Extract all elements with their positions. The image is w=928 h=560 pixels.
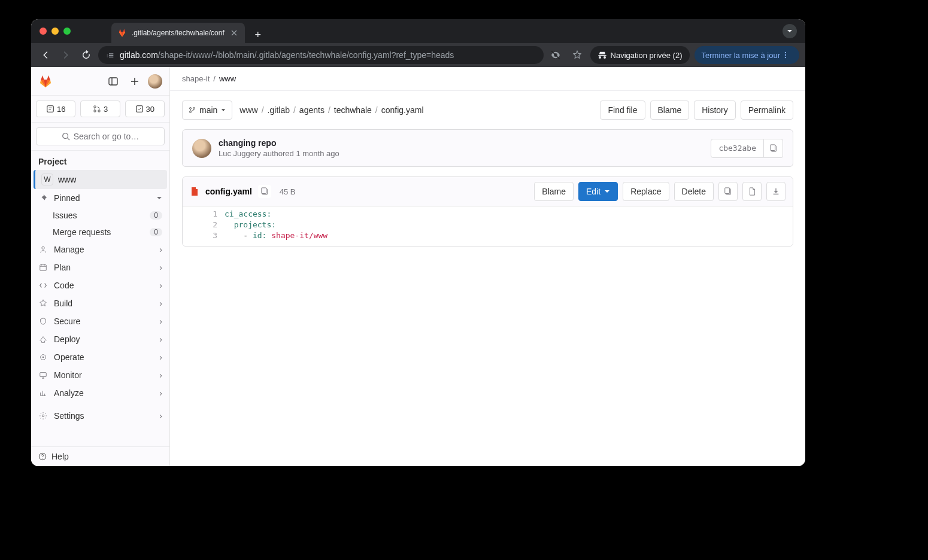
issues-icon — [46, 105, 54, 113]
chevron-down-icon — [604, 188, 610, 194]
history-button[interactable]: History — [694, 101, 736, 120]
find-file-button[interactable]: Find file — [600, 101, 645, 120]
sidebar-pinned-mr[interactable]: Merge requests 0 — [31, 224, 169, 241]
chevron-right-icon: › — [159, 299, 162, 308]
browser-tab[interactable]: .gitlab/agents/techwhale/conf — [111, 23, 245, 43]
svg-point-19 — [190, 111, 192, 113]
sidebar-item-monitor[interactable]: Monitor› — [31, 366, 169, 384]
svg-point-16 — [42, 415, 44, 417]
file-name: config.yaml — [205, 187, 252, 196]
user-avatar[interactable] — [148, 74, 162, 89]
sidebar-item-secure[interactable]: Secure› — [31, 312, 169, 330]
commit-title[interactable]: changing repo — [219, 138, 703, 148]
sidebar-pinned[interactable]: Pinned — [31, 189, 169, 207]
sidebar-item-deploy[interactable]: Deploy› — [31, 330, 169, 348]
file-type-icon — [190, 187, 199, 196]
replace-button[interactable]: Replace — [623, 182, 669, 201]
merge-request-icon — [93, 105, 101, 113]
reload-button[interactable] — [78, 47, 95, 63]
search-icon — [62, 132, 70, 141]
file-path-breadcrumb: www/ .gitlab/ agents/ techwhale/ config.… — [239, 105, 593, 115]
titlebar: .gitlab/agents/techwhale/conf + — [31, 19, 805, 43]
forward-button[interactable] — [57, 47, 74, 63]
breadcrumb-project[interactable]: www — [219, 74, 236, 83]
code-lines[interactable]: ci_access: projects: - id: shape-it/www — [225, 206, 327, 246]
sidebar-item-analyze[interactable]: Analyze› — [31, 384, 169, 402]
eye-off-icon[interactable] — [547, 47, 564, 63]
delete-button[interactable]: Delete — [674, 182, 714, 201]
edit-button[interactable]: Edit — [578, 182, 618, 201]
site-settings-icon[interactable] — [105, 50, 115, 60]
shield-icon — [38, 317, 48, 325]
todos-counter[interactable]: 30 — [125, 101, 165, 117]
download-icon — [772, 187, 780, 196]
back-button[interactable] — [37, 47, 54, 63]
chevron-right-icon: › — [159, 281, 162, 290]
issues-counter[interactable]: 16 — [36, 101, 75, 117]
svg-point-0 — [785, 54, 786, 56]
minimize-window-button[interactable] — [51, 28, 59, 35]
path-seg[interactable]: www — [239, 105, 257, 115]
create-new-button[interactable] — [126, 73, 143, 90]
chevron-right-icon: › — [159, 316, 162, 326]
sidebar-item-code[interactable]: Code› — [31, 276, 169, 294]
pin-icon — [38, 194, 48, 202]
branch-selector[interactable]: main — [182, 101, 232, 120]
last-commit-box: changing repo Luc Juggery authored 1 mon… — [182, 129, 793, 167]
raw-button[interactable] — [742, 182, 762, 201]
plan-icon — [38, 263, 48, 272]
sidebar-item-build[interactable]: Build› — [31, 294, 169, 312]
update-button[interactable]: Terminer la mise à jour — [695, 46, 800, 64]
path-seg-current: config.yaml — [381, 105, 424, 115]
bookmark-star-icon[interactable] — [569, 47, 586, 63]
blame-button[interactable]: Blame — [650, 101, 690, 120]
svg-rect-24 — [262, 188, 266, 194]
chevron-right-icon: › — [159, 370, 162, 380]
search-input[interactable]: Search or go to… — [36, 127, 165, 145]
svg-point-1 — [785, 52, 786, 53]
tabs-dropdown-button[interactable] — [783, 24, 797, 38]
download-button[interactable] — [766, 182, 786, 201]
close-tab-button[interactable] — [229, 28, 239, 38]
sidebar: 16 3 30 Search or go to… Project — [31, 67, 170, 466]
file-icon — [748, 187, 756, 196]
incognito-badge[interactable]: Navigation privée (2) — [590, 46, 690, 64]
file-blame-button[interactable]: Blame — [534, 182, 574, 201]
incognito-label: Navigation privée (2) — [611, 51, 683, 60]
sidebar-header — [31, 67, 169, 96]
sidebar-toggle-button[interactable] — [105, 73, 122, 90]
maximize-window-button[interactable] — [63, 28, 71, 35]
gitlab-logo-icon[interactable] — [38, 74, 53, 89]
sidebar-counters: 16 3 30 — [31, 96, 169, 123]
sidebar-project-item[interactable]: W www — [34, 170, 167, 189]
monitor-icon — [38, 371, 48, 379]
close-window-button[interactable] — [40, 28, 47, 35]
copy-contents-button[interactable] — [718, 182, 738, 201]
clipboard-icon — [260, 187, 269, 196]
sidebar-help[interactable]: Help — [31, 446, 169, 466]
copy-sha-button[interactable] — [764, 139, 783, 158]
path-seg[interactable]: techwhale — [334, 105, 372, 115]
svg-rect-22 — [770, 144, 775, 150]
build-icon — [38, 299, 48, 308]
chevron-down-icon — [156, 195, 162, 201]
file-header: config.yaml 45 B Blame Edit Replace — [183, 177, 793, 206]
sidebar-item-operate[interactable]: Operate› — [31, 348, 169, 366]
permalink-button[interactable]: Permalink — [741, 101, 793, 120]
path-seg[interactable]: agents — [299, 105, 325, 115]
sidebar-item-manage[interactable]: Manage› — [31, 241, 169, 258]
sidebar-item-plan[interactable]: Plan› — [31, 258, 169, 276]
address-bar[interactable]: gitlab.com/shape-it/www/-/blob/main/.git… — [98, 46, 544, 64]
manage-icon — [38, 245, 48, 254]
commit-author-avatar[interactable] — [192, 139, 211, 158]
sidebar-section-project: Project — [31, 151, 169, 170]
new-tab-button[interactable]: + — [250, 26, 266, 43]
mr-counter[interactable]: 3 — [80, 101, 120, 117]
svg-point-10 — [62, 133, 68, 139]
tab-title: .gitlab/agents/techwhale/conf — [132, 29, 225, 37]
breadcrumb-group[interactable]: shape-it — [182, 74, 210, 83]
path-seg[interactable]: .gitlab — [268, 105, 290, 115]
copy-file-path-button[interactable] — [258, 185, 271, 198]
sidebar-pinned-issues[interactable]: Issues 0 — [31, 207, 169, 224]
sidebar-item-settings[interactable]: Settings› — [31, 407, 169, 425]
